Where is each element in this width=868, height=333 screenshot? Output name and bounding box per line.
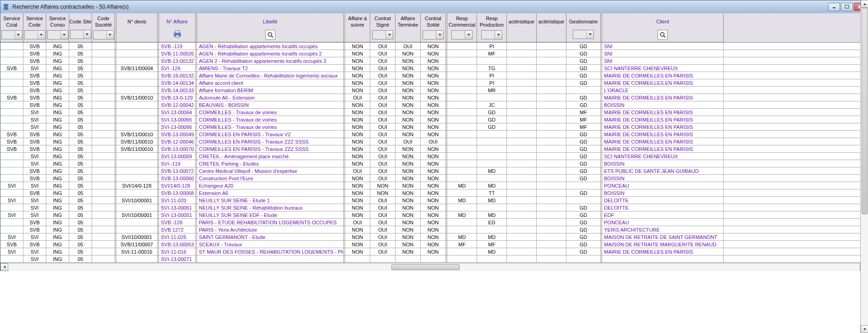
search-icon[interactable] bbox=[659, 31, 666, 39]
filter-combo-svconso[interactable] bbox=[47, 30, 68, 39]
horizontal-scrollbar[interactable] bbox=[0, 263, 868, 271]
cell-asuivre: OUI bbox=[345, 167, 370, 174]
cell-gest: GD bbox=[566, 72, 601, 79]
table-row[interactable]: SVIING05SVI-13-00061NEUILLY SUR SEINE - … bbox=[0, 204, 868, 211]
minimize-button[interactable] bbox=[828, 3, 840, 11]
maximize-button[interactable] bbox=[841, 3, 853, 11]
cell-csolde: NON bbox=[421, 131, 446, 138]
cell-client: BOISSIN bbox=[602, 160, 724, 167]
cell-csolde: NON bbox=[421, 79, 446, 86]
cell-affaire: SVI -126 bbox=[159, 65, 196, 72]
table-row[interactable]: SVBING05SVB-14-00134Affaire accord clien… bbox=[0, 79, 868, 87]
table-row[interactable]: SVBING05SVB-11-00026AGEN - Réhabilitatio… bbox=[0, 50, 868, 57]
table-row[interactable]: SVIING05SVI-13-00064CORMEILLES - Travaux… bbox=[0, 109, 868, 116]
cell-car1 bbox=[507, 211, 537, 218]
col-header-affaire[interactable]: N° Affaire bbox=[159, 13, 196, 42]
col-header-gest[interactable]: Gestionnaire bbox=[566, 13, 601, 42]
cell-csolde: NON bbox=[421, 94, 446, 101]
filter-input-libelle[interactable] bbox=[265, 30, 275, 40]
table-row[interactable]: SVBING05SVB-16-00132Affaire Marie de Cor… bbox=[0, 72, 868, 79]
col-header-sccial[interactable]: Service Ccial bbox=[0, 13, 23, 42]
cell-rprod bbox=[477, 94, 507, 101]
vertical-scrollbar[interactable] bbox=[860, 0, 868, 271]
cell-car2 bbox=[537, 145, 566, 152]
table-row[interactable]: SVBING05SVB-13-00068Extension A6NONNONNO… bbox=[0, 189, 868, 197]
cell-sccial bbox=[0, 79, 23, 86]
col-header-svconso[interactable]: Service Conso bbox=[46, 13, 69, 42]
cell-rprod: MD bbox=[477, 233, 507, 240]
scroll-up-button[interactable] bbox=[861, 0, 868, 8]
filter-combo-sccial[interactable] bbox=[1, 30, 22, 39]
cell-libelle: Affaire Marie de Cormeilles - Rehabilita… bbox=[197, 72, 344, 79]
table-row[interactable]: SVIING05SVI-13-00065CORMEILLES - Travaux… bbox=[0, 116, 868, 123]
table-row[interactable]: SVBSVBING05SVB/11/00007SVB-13-00053SCEAU… bbox=[0, 241, 868, 248]
search-icon[interactable] bbox=[267, 31, 274, 39]
filter-combo-gest[interactable] bbox=[573, 30, 594, 39]
col-header-codesoc[interactable]: Code Société bbox=[92, 13, 115, 42]
col-header-rprod[interactable]: Resp Production bbox=[477, 13, 507, 42]
table-row[interactable]: SVBING05SVB-12-00042BEAUVAIS - BOISSINNO… bbox=[0, 101, 868, 109]
hscroll-thumb[interactable] bbox=[391, 264, 460, 270]
col-header-aterm[interactable]: Affaire Terminée bbox=[396, 13, 421, 42]
filter-combo-codesoc[interactable] bbox=[93, 30, 114, 39]
table-row[interactable]: SVIING05SVI-13-00066CORMEILLES - Travaux… bbox=[0, 123, 868, 131]
col-header-csolde[interactable]: Contrat Soldé bbox=[421, 13, 446, 42]
table-row[interactable]: SVBING05SVB-13-00072Centre Medical Ville… bbox=[0, 167, 868, 175]
col-header-client[interactable]: Client bbox=[602, 13, 724, 42]
table-row[interactable]: SVBING05SVB -119AGEN - Réhabilitation ap… bbox=[0, 43, 868, 50]
filter-input-client[interactable] bbox=[658, 30, 668, 40]
table-row[interactable]: SVBING05SVB 1272PARIS - Yeris Architectu… bbox=[0, 226, 868, 233]
col-header-devis[interactable]: N° devis bbox=[116, 13, 158, 42]
filter-combo-csigne[interactable] bbox=[372, 30, 393, 39]
col-title-asuivre: Affaire à suivre bbox=[345, 15, 370, 28]
table-row[interactable]: SVBSVBING05SVB/11/00010SVB-12-00046CORME… bbox=[0, 138, 868, 145]
filter-combo-svccode[interactable] bbox=[24, 30, 45, 39]
filter-combo-codesite[interactable] bbox=[70, 30, 91, 39]
filter-combo-rcom[interactable] bbox=[451, 30, 472, 39]
table-row[interactable]: SVIING05SVI -119CRETEIL Parking - Etudes… bbox=[0, 160, 868, 167]
table-row[interactable]: SVBING05SVB -128PARIS - ETUDE REHABILITA… bbox=[0, 219, 868, 226]
cell-svconso: ING bbox=[46, 131, 69, 138]
table-row[interactable]: SVISVIING05SVI/10/00001SVI-13-00051NEUIL… bbox=[0, 211, 868, 219]
table-row[interactable]: SVBING05SVB-13-00132AGEN 2 - Réhabilitat… bbox=[0, 57, 868, 65]
col-header-codesite[interactable]: Code Site bbox=[69, 13, 92, 42]
filter-combo-csolde[interactable] bbox=[423, 30, 444, 39]
filter-combo-rprod[interactable] bbox=[481, 30, 502, 39]
cell-client: MAIRIE DE CORMEILLES EN PARISIS bbox=[602, 145, 724, 152]
cell-asuivre: NON bbox=[345, 138, 370, 145]
table-row[interactable]: SVISVIING05SVI/10/00001SVI-11-020NEUILLY… bbox=[0, 197, 868, 204]
table-row[interactable]: SVIING05SVI-13-00071 bbox=[0, 255, 868, 263]
hscroll-track[interactable] bbox=[8, 263, 860, 271]
titlebar[interactable]: Recherche Affaires contractuelles - 50 A… bbox=[0, 0, 868, 13]
table-row[interactable]: SVISVIING05SVI/10/00001SVI-11-025SAINT G… bbox=[0, 233, 868, 241]
print-icon[interactable] bbox=[173, 30, 182, 38]
cell-sccial: SVB bbox=[0, 94, 23, 101]
table-row[interactable]: SVBSVBING05SVB/11/00010SVB-13-00049CORME… bbox=[0, 131, 868, 138]
table-row[interactable]: SVBSVBING05SVB/11/00010SVB-13-0-129Autor… bbox=[0, 94, 868, 101]
table-row[interactable]: SVBSVIING05SVB/11/00004SVI -126AMIENS - … bbox=[0, 65, 868, 72]
table-row[interactable]: SVBING05SVB-13-00060Construction Pont l'… bbox=[0, 175, 868, 182]
col-header-libelle[interactable]: Libellé bbox=[197, 13, 344, 42]
table-row[interactable]: SVBING05SVB-14-00133Affaire formation BE… bbox=[0, 87, 868, 94]
cell-rcom bbox=[447, 101, 477, 108]
vscroll-track[interactable] bbox=[861, 8, 868, 271]
col-header-asuivre[interactable]: Affaire à suivre bbox=[345, 13, 370, 42]
cell-csolde: NON bbox=[421, 123, 446, 130]
col-header-csigne[interactable]: Contrat Signé bbox=[370, 13, 396, 42]
table-row[interactable]: SVISVIING05SVI/14/0-128SVI/14/0-128Echan… bbox=[0, 182, 868, 189]
table-row[interactable]: SVISVIING05SVI-11-00016SVI-11-016ST MAUR… bbox=[0, 248, 868, 255]
table-row[interactable]: SVIING05SVI-13-00069CRETEIL - Aménagemen… bbox=[0, 153, 868, 160]
vscroll-thumb[interactable] bbox=[862, 8, 868, 214]
col-header-rcom[interactable]: Resp Commercial bbox=[447, 13, 477, 42]
col-title-client: Client bbox=[656, 15, 669, 28]
cell-codesite: 05 bbox=[69, 65, 92, 72]
col-header-car1[interactable]: actéristique bbox=[507, 13, 537, 42]
col-header-car2[interactable]: actéristique bbox=[537, 13, 566, 42]
cell-affaire: SVI-13-00051 bbox=[159, 211, 196, 218]
cell-codesite: 05 bbox=[69, 131, 92, 138]
scroll-left-button[interactable] bbox=[0, 263, 8, 271]
cell-rprod: PI bbox=[477, 79, 507, 86]
table-row[interactable]: SVBSVBING05SVB/11/00010SVB-13-00070CORME… bbox=[0, 145, 868, 153]
col-header-svccode[interactable]: Service Code bbox=[23, 13, 46, 42]
cell-asuivre: NON bbox=[345, 57, 370, 64]
